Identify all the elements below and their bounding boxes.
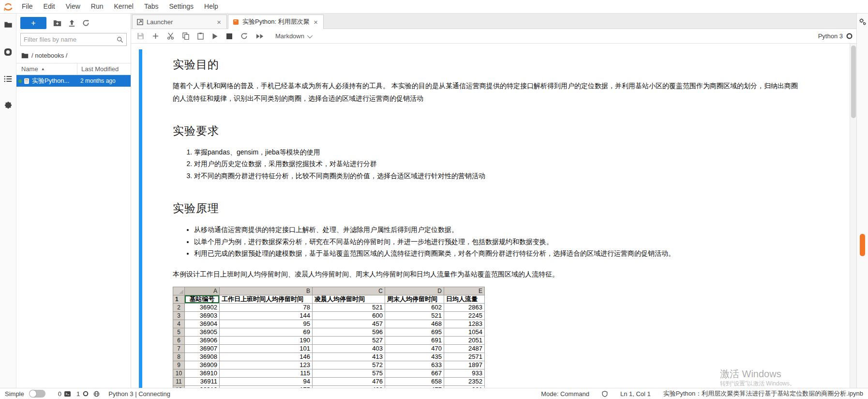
excel-row-number: 10	[173, 369, 185, 377]
notebook-scrollbar[interactable]	[850, 44, 856, 388]
excel-row-number: 12	[173, 385, 185, 388]
menu-help[interactable]: Help	[199, 0, 224, 13]
list-item: 对不同的商圈分群进行特征分析，比较不同商圈类别的价值，选择合适区域进行针对性的营…	[194, 170, 803, 182]
tab-notebook[interactable]: 实验Python: 利用层次聚类 ×	[228, 15, 324, 29]
excel-col-letter: E	[444, 287, 485, 295]
heading-purpose: 实验目的	[173, 57, 803, 72]
table-of-contents-icon[interactable]	[3, 74, 14, 84]
excel-data-row: 1036910115575667933	[173, 369, 485, 377]
excel-cell: 69	[220, 328, 313, 336]
scrollbar-thumb[interactable]	[851, 46, 856, 118]
extensions-puzzle-icon[interactable]	[3, 101, 14, 111]
menu-kernel[interactable]: Kernel	[108, 0, 138, 13]
upload-icon[interactable]	[68, 19, 75, 27]
running-sessions-icon[interactable]	[3, 46, 14, 57]
new-launcher-button[interactable]: +	[20, 17, 46, 29]
notebook-file-icon	[24, 78, 30, 84]
add-cell-icon[interactable]	[152, 33, 159, 39]
file-row-selected[interactable]: 实验Python... 2 months ago	[16, 75, 131, 87]
property-inspector-gears-icon[interactable]	[858, 17, 867, 26]
menu-tabs[interactable]: Tabs	[139, 0, 164, 13]
cursor-position-label[interactable]: Ln 1, Col 1	[620, 390, 651, 398]
status-bar: Simple 0 1 Python 3 | Connecting Mode: C…	[0, 388, 868, 399]
menu-settings[interactable]: Settings	[164, 0, 199, 13]
list-item: 对用户的历史定位数据，采用数据挖掘技术，对基站进行分群	[194, 158, 803, 170]
markdown-cell[interactable]: 实验目的 随着个人手机和网络的普及，手机已经基本成为所有人必须持有的工具。 本实…	[131, 44, 856, 388]
restart-icon[interactable]	[240, 32, 248, 40]
excel-cell: 123	[220, 361, 313, 369]
activity-strip	[0, 14, 16, 388]
tab-launcher[interactable]: Launcher ×	[132, 15, 227, 29]
jupyter-logo	[0, 1, 16, 13]
close-icon[interactable]: ×	[313, 18, 319, 26]
excel-cell: 36911	[185, 377, 220, 385]
excel-cell: 575	[313, 369, 385, 377]
folder-icon[interactable]	[3, 19, 14, 30]
paste-icon[interactable]	[197, 32, 204, 40]
excel-table-body: 2369027852160228633369031446005212245436…	[173, 303, 485, 388]
right-sidebar-rail	[856, 14, 868, 388]
save-icon[interactable]	[137, 32, 144, 40]
column-last-modified[interactable]: Last Modified	[77, 65, 131, 73]
excel-cell: 115	[220, 369, 313, 377]
tab-bar: Launcher × 实验Python: 利用层次聚类 ×	[131, 14, 856, 29]
simple-mode-toggle[interactable]	[29, 390, 45, 398]
excel-cell: 2352	[444, 377, 485, 385]
excel-cell: 861	[444, 385, 485, 388]
chevron-down-icon	[307, 32, 313, 38]
excel-data-row: 236902785216022863	[173, 303, 485, 311]
launcher-icon	[137, 19, 143, 25]
excel-cell: 477	[385, 385, 444, 388]
excel-cell: 101	[220, 344, 313, 353]
cell-type-dropdown[interactable]: Markdown	[275, 32, 311, 40]
principles-list: 从移动通信运营商提供的特定接口上解析、处理、并滤除用户属性后得到用户定位数据。以…	[194, 224, 803, 260]
excel-cell: 596	[313, 328, 385, 336]
list-item: 从移动通信运营商提供的特定接口上解析、处理、并滤除用户属性后得到用户定位数据。	[194, 224, 803, 236]
requirements-list: 掌握pandas、gensim，jieba等模块的使用对用户的历史定位数据，采用…	[194, 146, 803, 182]
kernel-status-label[interactable]: Python 3 | Connecting	[108, 390, 170, 398]
excel-cell: 36912	[185, 385, 220, 388]
excel-cell: 36908	[185, 353, 220, 361]
stop-icon[interactable]	[226, 33, 232, 39]
home-folder-icon[interactable]	[21, 52, 29, 59]
menu-file[interactable]: File	[16, 0, 38, 13]
kernel-status-icon	[846, 33, 853, 39]
file-modified-label: 2 months ago	[80, 77, 131, 84]
excel-cell: 95	[220, 320, 313, 328]
fast-forward-icon[interactable]	[256, 33, 264, 39]
column-name[interactable]: Name ▲	[16, 63, 77, 75]
copy-icon[interactable]	[182, 32, 189, 40]
close-icon[interactable]: ×	[216, 18, 222, 26]
notebook-area: Launcher × 实验Python: 利用层次聚类 ×	[131, 14, 856, 388]
run-icon[interactable]	[212, 33, 218, 40]
excel-row-number: 1	[173, 295, 185, 303]
file-filter-input[interactable]	[24, 36, 117, 43]
excel-data-row: 7369071014034702487	[173, 344, 485, 353]
selected-cell-bar[interactable]	[139, 49, 142, 388]
globe-icon[interactable]	[93, 391, 100, 397]
excel-cell: 695	[385, 328, 444, 336]
new-folder-icon[interactable]	[53, 19, 61, 27]
running-terminals-count[interactable]: 0	[58, 390, 71, 398]
excel-header-cell: 工作日上班时间人均停留时间	[220, 295, 313, 303]
excel-row-number: 2	[173, 303, 185, 311]
menu-edit[interactable]: Edit	[38, 0, 60, 13]
cut-icon[interactable]	[167, 32, 174, 40]
menu-view[interactable]: View	[60, 0, 86, 13]
excel-cell: 36905	[185, 328, 220, 336]
running-kernels-count[interactable]: 1	[76, 390, 89, 398]
simple-mode-label: Simple	[5, 390, 24, 398]
rail-scroll-thumb[interactable]	[860, 234, 865, 256]
cell-type-value: Markdown	[275, 32, 304, 40]
excel-cell: 36907	[185, 344, 220, 353]
kernel-indicator[interactable]: Python 3	[818, 32, 853, 40]
refresh-icon[interactable]	[82, 19, 90, 27]
breadcrumb[interactable]: / notebooks /	[16, 49, 131, 63]
excel-cell: 36909	[185, 361, 220, 369]
excel-cell: 2863	[444, 303, 485, 311]
excel-data-row: 536905695966951054	[173, 328, 485, 336]
menu-run[interactable]: Run	[86, 0, 109, 13]
excel-cell: 146	[220, 353, 313, 361]
kernel-name-label: Python 3	[818, 32, 843, 40]
excel-cell: 36904	[185, 320, 220, 328]
